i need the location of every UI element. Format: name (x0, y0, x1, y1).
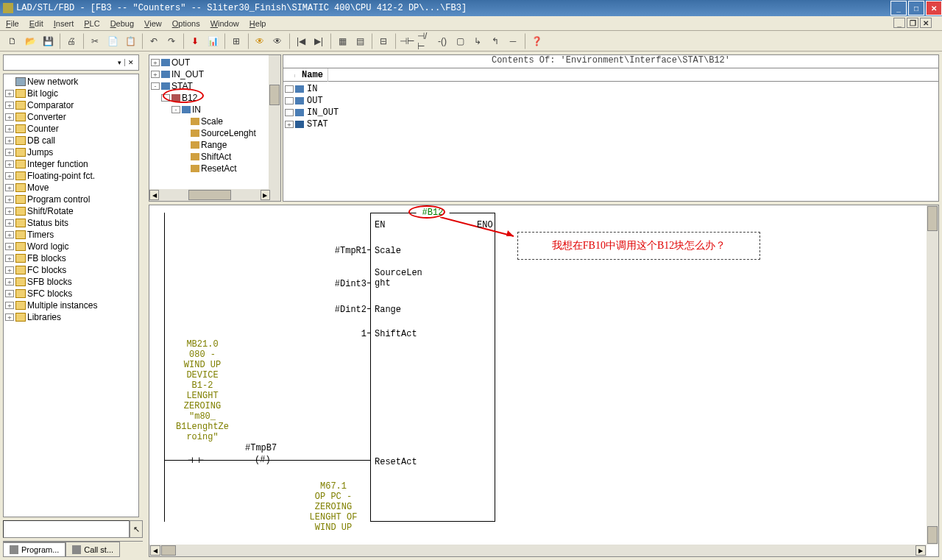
save-icon[interactable]: 💾 (40, 33, 56, 49)
undo-icon[interactable]: ↶ (146, 33, 162, 49)
cut-icon[interactable]: ✂ (87, 33, 103, 49)
expand-icon[interactable]: + (5, 160, 14, 168)
expand-icon[interactable]: + (5, 90, 14, 97)
menu-help[interactable]: Help (249, 19, 266, 28)
menu-options[interactable]: Options (172, 19, 200, 28)
redo-icon[interactable]: ↷ (163, 33, 180, 49)
mdi-restore-button[interactable]: ❐ (907, 18, 918, 28)
maximize-button[interactable]: □ (908, 1, 924, 15)
network-icon[interactable]: ⊟ (375, 33, 392, 49)
expand-icon[interactable]: + (5, 290, 14, 297)
variable-tree[interactable]: +OUT +IN_OUT -STAT -B12 -IN ScaleSourceL… (149, 54, 281, 202)
overview-icon[interactable]: ▦ (334, 33, 350, 49)
menu-window[interactable]: Window (210, 19, 239, 28)
expand-icon[interactable]: + (5, 149, 14, 156)
palette-item[interactable]: +Bit logic (5, 88, 137, 99)
expand-icon[interactable]: + (151, 59, 160, 66)
symbol-icon[interactable]: ⊞ (228, 33, 244, 49)
help-icon[interactable]: ❓ (528, 33, 545, 49)
monitor-on-icon[interactable]: 👁 (252, 33, 268, 49)
collapse-icon[interactable]: - (171, 106, 180, 113)
tab-program[interactable]: Program... (3, 542, 65, 557)
print-icon[interactable]: 🖨 (63, 33, 79, 49)
palette-item[interactable]: +SFB blocks (5, 276, 137, 288)
tree-leaf[interactable]: ShiftAct (151, 151, 279, 163)
input-tmpr1[interactable]: #TmpR1 (326, 246, 366, 256)
network-canvas[interactable]: #B12 我想在FB10中调用这个B12块怎么办？ EN ENO Scale S… (149, 205, 927, 545)
collapse-icon[interactable]: - (161, 94, 170, 102)
expand-icon[interactable]: + (5, 137, 14, 144)
new-icon[interactable]: 🗋 (4, 33, 21, 49)
palette-item[interactable]: +Converter (5, 111, 137, 123)
minimize-button[interactable]: _ (890, 1, 907, 15)
palette-item[interactable]: +Multiple instances (5, 300, 137, 311)
menu-file[interactable]: FFileile (6, 19, 19, 28)
connection-icon[interactable]: ─ (505, 33, 521, 49)
menu-view[interactable]: View (144, 19, 162, 28)
expand-icon[interactable]: + (5, 184, 14, 191)
open-icon[interactable]: 📂 (22, 33, 38, 49)
palette-item[interactable]: +Jumps (5, 146, 137, 158)
palette-item[interactable]: +FB blocks (5, 252, 137, 264)
copy-icon[interactable]: 📄 (105, 33, 121, 49)
expand-icon[interactable]: + (5, 302, 14, 309)
monitor-icon[interactable]: 📊 (205, 33, 221, 49)
menu-debug[interactable]: Debug (110, 19, 134, 28)
input-tmpb7[interactable]: #TmpB7 (245, 443, 277, 453)
tree-leaf[interactable]: ResetAct (151, 163, 279, 174)
expand-icon[interactable]: + (5, 219, 14, 227)
input-dint2[interactable]: #Dint2 (326, 305, 366, 315)
expand-icon[interactable]: + (5, 196, 14, 203)
palette-new-network[interactable]: New network (5, 76, 137, 88)
tree-leaf[interactable]: SourceLenght (151, 127, 279, 139)
palette-item[interactable]: +DB call (5, 135, 137, 146)
palette-item[interactable]: +Word logic (5, 241, 137, 252)
expand-icon[interactable]: + (5, 125, 14, 132)
tab-callstructure[interactable]: Call st... (65, 542, 120, 557)
palette-item[interactable]: +Floating-point fct. (5, 170, 137, 182)
scroll-right-icon[interactable]: ▶ (916, 545, 926, 556)
palette-item[interactable]: +SFC blocks (5, 288, 137, 300)
expand-icon[interactable]: + (5, 113, 14, 121)
scroll-right-icon[interactable]: ▶ (261, 190, 270, 200)
menu-insert[interactable]: Insert (54, 19, 74, 28)
palette-item[interactable]: +Timers (5, 229, 137, 241)
goto-start-icon[interactable]: |◀ (293, 33, 309, 49)
iface-row[interactable]: OUT (285, 95, 937, 107)
goto-end-icon[interactable]: ▶| (311, 33, 327, 49)
palette-close-icon[interactable]: ✕ (125, 59, 137, 66)
expand-icon[interactable] (285, 85, 294, 93)
scroll-left-icon[interactable]: ◀ (149, 190, 159, 200)
box-icon[interactable]: ▢ (452, 33, 468, 49)
expand-icon[interactable]: + (5, 266, 14, 274)
menu-edit[interactable]: Edit (29, 19, 43, 28)
tree-leaf[interactable]: Range (151, 139, 279, 151)
quick-input[interactable] (3, 520, 130, 538)
expand-icon[interactable] (285, 109, 294, 116)
palette-item[interactable]: +Comparator (5, 99, 137, 111)
palette-item[interactable]: +Shift/Rotate (5, 205, 137, 217)
palette-item[interactable]: +Program control (5, 194, 137, 205)
iface-row[interactable]: IN (285, 83, 937, 95)
editor-hscroll[interactable]: ◀ ▶ (149, 545, 927, 556)
menu-plc[interactable]: PLC (84, 19, 99, 28)
expand-icon[interactable] (285, 97, 294, 104)
branch-open-icon[interactable]: ↳ (470, 33, 486, 49)
scrollbar-horizontal[interactable]: ◀ ▶ (149, 189, 270, 201)
scroll-left-icon[interactable]: ◀ (150, 545, 160, 556)
tree-leaf[interactable]: Scale (151, 116, 279, 127)
mdi-close-button[interactable]: ✕ (920, 18, 932, 28)
scrollbar-vertical[interactable] (269, 55, 280, 201)
contact-nc-icon[interactable]: ⊣/⊢ (417, 33, 433, 49)
download-icon[interactable]: ⬇ (187, 33, 203, 49)
contact-no-icon[interactable]: ⊣⊢ (399, 33, 415, 49)
expand-icon[interactable]: + (5, 243, 14, 250)
palette-item[interactable]: +Integer function (5, 158, 137, 170)
quick-input-go-icon[interactable]: ↖ (130, 520, 143, 538)
palette-item[interactable]: +Move (5, 182, 137, 194)
palette-dropdown-icon[interactable]: ▾ (115, 59, 125, 66)
fb-block-b12[interactable]: #B12 (370, 213, 495, 522)
coil-icon[interactable]: -() (434, 33, 450, 49)
expand-icon[interactable]: + (5, 231, 14, 238)
collapse-icon[interactable]: - (151, 82, 160, 90)
